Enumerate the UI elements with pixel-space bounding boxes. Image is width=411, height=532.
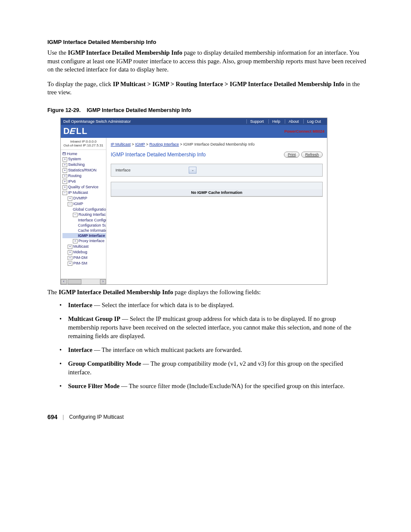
- field-term: Interface: [68, 302, 92, 308]
- page-footer: 694 | Configuring IP Multicast: [47, 414, 368, 420]
- nav-ip-block: Inband IP:0.0.0.0 Out-of-band IP:10.27.5…: [61, 138, 106, 150]
- bold-text: IGMP Interface Detailed Membership Info: [59, 289, 173, 296]
- print-button[interactable]: Print: [284, 152, 300, 158]
- paragraph-1: Use the IGMP Interface Detailed Membersh…: [47, 49, 368, 74]
- paragraph-2: To display the page, click IP Multicast …: [47, 80, 368, 97]
- refresh-button[interactable]: Refresh: [301, 152, 323, 158]
- scroll-right-icon[interactable]: ›: [100, 279, 106, 284]
- interface-label: Interface: [115, 168, 189, 172]
- field-term: Multicast Group IP: [68, 315, 120, 322]
- field-desc: — The source filter mode (Include/Exclud…: [119, 383, 344, 389]
- oob-ip: Out-of-band IP:10.27.5.31: [62, 143, 105, 148]
- interface-select[interactable]: ⌄: [189, 167, 196, 174]
- dell-logo: DELL: [63, 126, 87, 136]
- logout-link[interactable]: Log Out: [303, 119, 324, 124]
- field-desc: — Select the interface for which data is…: [92, 302, 234, 308]
- no-cache-header: No IGMP Cache Information: [111, 189, 322, 196]
- nav-switching[interactable]: +Switching: [62, 162, 106, 168]
- field-list: Interface — Select the interface for whi…: [68, 301, 368, 390]
- inband-ip: Inband IP:0.0.0.0: [62, 140, 105, 144]
- nav-home[interactable]: Home: [62, 151, 106, 156]
- app-title: Dell OpenManage Switch Administrator: [63, 119, 131, 124]
- page-title: IGMP Interface Detailed Membership Info: [111, 152, 206, 158]
- text: To display the page, click: [47, 81, 113, 87]
- nav-hscrollbar[interactable]: ‹ ›: [61, 279, 106, 284]
- breadcrumb-current: IGMP Interface Detailed Membership Info: [184, 142, 255, 146]
- list-item: Group Compatibility Mode — The group com…: [68, 359, 368, 376]
- support-link[interactable]: Support: [246, 119, 268, 124]
- figure-number: Figure 12-29.: [47, 107, 81, 113]
- nav-pim-sm[interactable]: +PIM-SM: [62, 261, 106, 266]
- text: Use the: [47, 49, 68, 56]
- text: page displays the following fields:: [173, 289, 261, 296]
- nav-qos[interactable]: +Quality of Service: [62, 184, 106, 190]
- figure-caption: Figure 12-29.IGMP Interface Detailed Mem…: [47, 107, 368, 113]
- main-content: IP Multicast > IGMP > Routing Interface …: [106, 138, 327, 284]
- figure-title: IGMP Interface Detailed Membership Info: [87, 107, 191, 113]
- nav-tree[interactable]: Inband IP:0.0.0.0 Out-of-band IP:10.27.5…: [61, 138, 106, 284]
- nav-ipmulticast[interactable]: −IP Multicast: [62, 190, 106, 196]
- nav-multicast[interactable]: +Multicast: [62, 244, 106, 249]
- nav-interface-config[interactable]: Interface Configura: [62, 218, 106, 223]
- nav-dvmrp[interactable]: +DVMRP: [62, 196, 106, 201]
- scroll-left-icon[interactable]: ‹: [61, 279, 67, 284]
- nav-global-config[interactable]: Global Configuration: [62, 207, 106, 212]
- nav-routing-interface[interactable]: −Routing Interface: [62, 212, 106, 218]
- brand-bar: DELL PowerConnect M8024: [61, 125, 327, 138]
- field-term: Source Filter Mode: [68, 383, 119, 389]
- nav-statistics[interactable]: +Statistics/RMON: [62, 168, 106, 173]
- after-figure-text: The IGMP Interface Detailed Membership I…: [47, 288, 368, 297]
- nav-pim-dm[interactable]: +PIM-DM: [62, 255, 106, 261]
- field-term: Group Compatibility Mode: [68, 360, 141, 367]
- interface-panel: Interface ⌄: [111, 164, 323, 177]
- field-desc: — The interface on which multicast packe…: [92, 346, 242, 353]
- about-link[interactable]: About: [285, 119, 302, 124]
- breadcrumb-igmp[interactable]: IGMP: [135, 142, 145, 146]
- breadcrumb: IP Multicast > IGMP > Routing Interface …: [111, 140, 323, 152]
- nav-mdebug[interactable]: +Mdebug: [62, 249, 106, 255]
- topbar-links: Support Help About Log Out: [246, 119, 324, 124]
- breadcrumb-routing-interface[interactable]: Routing Interface: [149, 142, 179, 146]
- list-item: Interface — The interface on which multi…: [68, 345, 368, 354]
- screenshot-figure: Dell OpenManage Switch Administrator Sup…: [60, 118, 327, 285]
- field-term: Interface: [68, 346, 92, 353]
- nav-routing[interactable]: +Routing: [62, 173, 106, 179]
- section-heading: IGMP Interface Detailed Membership Info: [47, 39, 368, 45]
- text: The: [47, 289, 59, 296]
- nav-system[interactable]: +System: [62, 156, 106, 162]
- list-item: Source Filter Mode — The source filter m…: [68, 382, 368, 390]
- bold-text: IP Multicast > IGMP > Routing Interface …: [113, 81, 344, 87]
- bold-text: IGMP Interface Detailed Membership Info: [68, 49, 183, 56]
- model-label: PowerConnect M8024: [284, 129, 324, 134]
- nav-igmp[interactable]: −IGMP: [62, 201, 106, 207]
- nav-proxy-interface[interactable]: +Proxy Interface: [62, 238, 106, 244]
- breadcrumb-ipmulticast[interactable]: IP Multicast: [111, 142, 131, 146]
- list-item: Multicast Group IP — Select the IP multi…: [68, 314, 368, 340]
- nav-config-summary[interactable]: Configuration Sum: [62, 223, 106, 228]
- nav-cache-info[interactable]: Cache Information: [62, 228, 106, 233]
- cache-panel: No IGMP Cache Information: [111, 182, 323, 197]
- scroll-thumb[interactable]: [68, 279, 81, 284]
- app-titlebar: Dell OpenManage Switch Administrator Sup…: [61, 118, 327, 125]
- nav-ipv6[interactable]: +IPv6: [62, 179, 106, 184]
- nav-igmp-interface-detailed[interactable]: IGMP Interface D: [62, 233, 106, 238]
- footer-separator: |: [62, 414, 64, 420]
- page-number: 694: [47, 414, 57, 420]
- chevron-down-icon: ⌄: [191, 168, 194, 172]
- chapter-name: Configuring IP Multicast: [69, 414, 124, 420]
- help-link[interactable]: Help: [268, 119, 284, 124]
- list-item: Interface — Select the interface for whi…: [68, 301, 368, 309]
